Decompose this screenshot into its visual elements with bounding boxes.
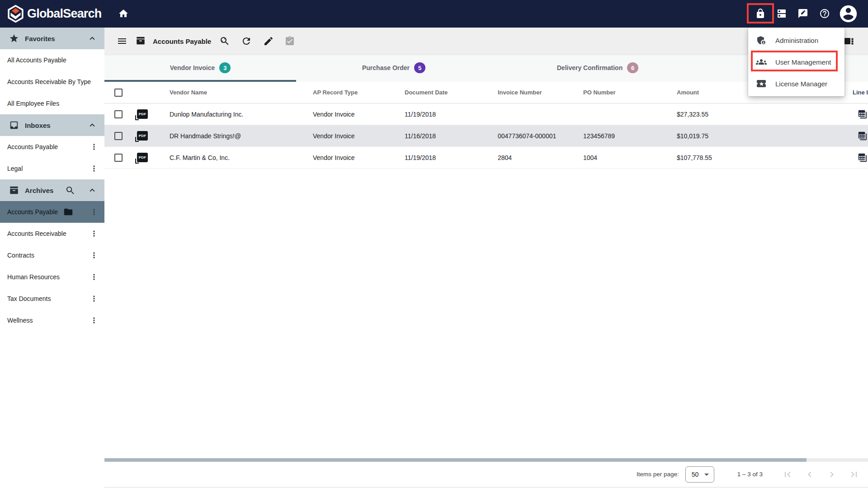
archive-icon (9, 185, 19, 195)
sidebar: FavoritesAll Accounts PayableAccounts Re… (0, 28, 104, 488)
sidebar-item[interactable]: All Employee Files (0, 93, 104, 114)
home-icon[interactable] (118, 8, 129, 19)
kebab-menu-icon[interactable] (90, 229, 99, 238)
sidebar-item[interactable]: Accounts Receivable By Type (0, 71, 104, 93)
star-icon (9, 33, 19, 43)
first-page-icon[interactable] (782, 469, 793, 480)
page-range-label: 1 – 3 of 3 (737, 471, 763, 478)
chevron-up-icon[interactable] (87, 33, 97, 43)
lock-icon[interactable] (755, 8, 766, 19)
user-menu: AdministrationUser ManagementLicense Man… (748, 28, 844, 96)
column-header[interactable]: PO Number (583, 82, 616, 103)
column-header[interactable]: Invoice Number (498, 82, 542, 103)
sidebar-item[interactable]: Legal (0, 158, 104, 179)
tab-purchase-order[interactable]: Purchase Order5 (296, 55, 491, 80)
admin-icon (756, 35, 767, 46)
tasks-icon[interactable] (284, 36, 295, 47)
previous-page-icon[interactable] (804, 469, 815, 480)
sidebar-section-inboxes[interactable]: Inboxes (0, 114, 104, 136)
line-items-icon[interactable] (858, 109, 868, 119)
item-label: Wellness (7, 317, 33, 324)
kebab-menu-icon[interactable] (90, 142, 99, 151)
feedback-icon[interactable] (797, 8, 808, 19)
kebab-menu-icon[interactable] (90, 251, 99, 260)
sidebar-item[interactable]: Human Resources (0, 266, 104, 288)
tab-count-badge: 6 (627, 62, 638, 73)
select-all-checkbox[interactable] (114, 89, 123, 97)
item-label: Tax Documents (7, 295, 51, 302)
groups-icon (756, 56, 767, 67)
pdf-document-icon[interactable]: PDF (137, 131, 148, 141)
cell-invoice-number: 2804 (498, 147, 512, 168)
column-header[interactable]: Amount (677, 82, 699, 103)
items-per-page-select[interactable]: 50 (685, 466, 714, 483)
table-row[interactable]: PDFDunlop Manufacturing Inc.Vendor Invoi… (104, 103, 868, 125)
menu-item-license-manager[interactable]: License Manager (748, 73, 844, 94)
menu-item-administration[interactable]: Administration (748, 29, 844, 51)
chevron-up-icon[interactable] (87, 185, 97, 195)
tab-vendor-invoice[interactable]: Vendor Invoice3 (104, 55, 296, 80)
table-row[interactable]: PDFDR Handmade Strings!@Vendor Invoice11… (104, 125, 868, 147)
line-items-icon[interactable] (858, 153, 868, 163)
sidebar-item[interactable]: All Accounts Payable (0, 49, 104, 71)
kebab-menu-icon[interactable] (90, 272, 99, 282)
horizontal-scrollbar[interactable] (104, 458, 868, 462)
bottom-bar: Items per page: 50 1 – 3 of 3 (104, 458, 868, 488)
row-checkbox[interactable] (114, 154, 123, 162)
tab-delivery-confirmation[interactable]: Delivery Confirmation6 (491, 55, 704, 80)
menu-icon[interactable] (117, 36, 127, 47)
items-per-page-value: 50 (692, 471, 699, 478)
section-label: Inboxes (25, 122, 51, 129)
kebab-menu-icon[interactable] (90, 207, 99, 216)
kebab-menu-icon[interactable] (90, 316, 99, 325)
sidebar-item[interactable]: Accounts Receivable (0, 223, 104, 244)
sidebar-section-favorites[interactable]: Favorites (0, 28, 104, 49)
line-items-icon[interactable] (858, 131, 868, 141)
section-label: Favorites (25, 35, 55, 42)
view-columns-icon[interactable] (844, 36, 854, 47)
kebab-menu-icon[interactable] (90, 164, 99, 173)
cell-ap-record-type: Vendor Invoice (313, 103, 355, 125)
items-per-page-label: Items per page: (637, 471, 679, 478)
pdf-document-icon[interactable]: PDF (137, 153, 148, 162)
last-page-icon[interactable] (849, 469, 859, 480)
refresh-icon[interactable] (241, 36, 252, 47)
edit-icon[interactable] (263, 36, 274, 47)
column-header[interactable]: Document Date (405, 82, 448, 103)
ticket-icon (756, 78, 767, 89)
chevron-up-icon[interactable] (87, 120, 97, 130)
cell-amount: $27,323.55 (677, 103, 708, 125)
column-header[interactable]: AP Record Type (313, 82, 358, 103)
search-icon[interactable] (65, 185, 75, 196)
item-label: Accounts Payable (7, 208, 58, 216)
sidebar-item[interactable]: Tax Documents (0, 288, 104, 310)
sidebar-item[interactable]: Accounts Payable (0, 136, 104, 158)
sidebar-item[interactable]: Wellness (0, 310, 104, 331)
item-label: Accounts Receivable (7, 230, 66, 237)
tab-count-badge: 3 (219, 62, 231, 73)
avatar-icon[interactable] (838, 4, 859, 24)
column-header[interactable]: Vendor Name (170, 82, 207, 103)
sidebar-item[interactable]: Contracts (0, 244, 104, 266)
table-row[interactable]: PDFC.F. Martin & Co, Inc.Vendor Invoice1… (104, 147, 868, 169)
help-icon[interactable] (819, 8, 830, 19)
table-rows: PDFDunlop Manufacturing Inc.Vendor Invoi… (104, 103, 868, 169)
sidebar-item[interactable]: Accounts Payable (0, 201, 104, 223)
cell-document-date: 11/19/2018 (405, 103, 436, 125)
brand: GlobalSearch (6, 5, 101, 23)
dns-icon[interactable] (776, 8, 787, 19)
main-content: Accounts Payable Vendor Invoice3Purchase… (104, 28, 868, 488)
item-label: All Employee Files (7, 100, 59, 107)
scrollbar-thumb[interactable] (104, 458, 807, 462)
kebab-menu-icon[interactable] (90, 294, 99, 303)
pdf-document-icon[interactable]: PDF (137, 109, 148, 119)
next-page-icon[interactable] (826, 469, 837, 480)
inbox-icon (9, 120, 19, 130)
row-checkbox[interactable] (114, 132, 123, 140)
row-checkbox[interactable] (114, 110, 123, 118)
tab-label: Purchase Order (362, 64, 410, 71)
refine-search-icon[interactable] (219, 36, 230, 47)
sidebar-section-archives[interactable]: Archives (0, 179, 104, 201)
menu-item-user-management[interactable]: User Management (748, 51, 844, 73)
column-header[interactable]: Line Items (853, 82, 868, 103)
